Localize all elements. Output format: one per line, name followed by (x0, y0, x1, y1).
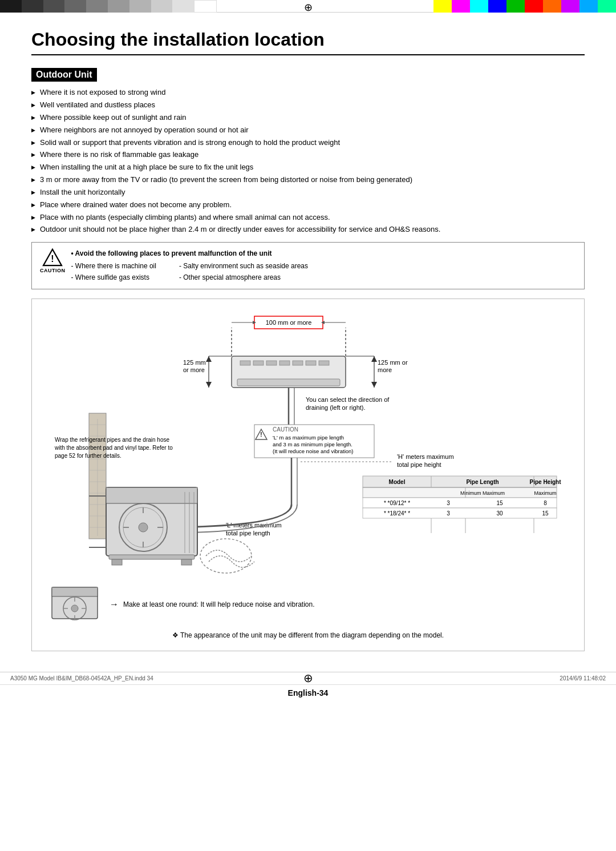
installation-diagram-svg: 100 mm or more 125 mm or more (43, 310, 591, 584)
svg-rect-11 (266, 361, 277, 365)
svg-rect-13 (293, 361, 303, 365)
svg-text:100 mm or more: 100 mm or more (266, 319, 312, 326)
outdoor-bottom-section: → Make at least one round: It will help … (43, 584, 573, 624)
svg-rect-67 (106, 487, 197, 503)
svg-rect-10 (253, 361, 264, 365)
svg-rect-102 (52, 587, 98, 596)
svg-point-79 (200, 539, 252, 573)
svg-text:with the absorbent pad and vin: with the absorbent pad and vinyl tape. R… (54, 445, 173, 451)
list-item: When installing the unit at a high place… (31, 162, 585, 173)
svg-rect-9 (240, 361, 250, 365)
bullet-list: Where it is not exposed to strong wind W… (31, 87, 585, 235)
footer-right: 2014/6/9 11:48:02 (560, 675, 616, 681)
svg-marker-27 (371, 356, 377, 362)
color-bar-bottom: A3050 MG Model IB&IM_DB68-04542A_HP_EN.i… (0, 672, 616, 684)
list-item: Place where drained water does not becom… (31, 200, 585, 211)
compass-icon-bottom: ⊕ (303, 671, 313, 685)
svg-text:more: more (378, 366, 392, 373)
list-item: Where it is not exposed to strong wind (31, 87, 585, 98)
svg-marker-28 (371, 382, 377, 388)
list-item: Well ventilated and dustless places (31, 100, 585, 111)
svg-rect-14 (306, 361, 316, 365)
caution-col-2: - Salty environment such as seaside area… (179, 261, 308, 283)
svg-text:3: 3 (447, 500, 450, 506)
svg-text:'L' m as maximum pipe length: 'L' m as maximum pipe length (273, 434, 344, 441)
color-swatches-left (0, 0, 217, 12)
svg-rect-72 (112, 559, 122, 565)
svg-text:'H' meters maximum: 'H' meters maximum (397, 453, 454, 460)
footer-left: A3050 MG Model IB&IM_DB68-04542A_HP_EN.i… (0, 675, 153, 681)
svg-text:125 mm or: 125 mm or (378, 359, 408, 366)
caution-box: ! CAUTION • Avoid the following places t… (31, 242, 585, 289)
caution-text: • Avoid the following places to prevent … (71, 248, 309, 283)
page-title: Choosing the installation location (31, 30, 585, 55)
svg-text:Minimum    Maximum: Minimum Maximum (460, 490, 505, 496)
outdoor-unit-bottom-icon (49, 584, 100, 624)
svg-text:30: 30 (496, 510, 503, 517)
svg-text:or more: or more (183, 366, 205, 373)
list-item: Place with no plants (especially climbin… (31, 212, 585, 223)
svg-text:Model: Model (389, 479, 406, 485)
svg-text:125 mm: 125 mm (183, 359, 206, 366)
svg-text:Pipe Height: Pipe Height (529, 479, 561, 485)
svg-point-62 (139, 523, 148, 532)
caution-main-text: • Avoid the following places to prevent … (71, 248, 309, 259)
svg-text:Wrap the refrigerant pipes and: Wrap the refrigerant pipes and the drain… (55, 437, 169, 443)
svg-rect-16 (237, 379, 340, 386)
list-item: Outdoor unit should not be place higher … (31, 224, 585, 235)
svg-text:15: 15 (496, 500, 503, 506)
arrow-right-icon: → (110, 599, 119, 610)
caution-col-1: - Where there is machine oil - Where sul… (71, 261, 156, 283)
svg-text:(It will reduce noise and vibr: (It will reduce noise and vibration) (273, 448, 354, 454)
svg-text:!: ! (51, 254, 54, 264)
svg-point-104 (71, 605, 78, 612)
list-item: Where possible keep out of sunlight and … (31, 112, 585, 123)
svg-rect-71 (109, 555, 194, 559)
svg-text:8: 8 (544, 500, 547, 506)
compass-icon-top: ⊕ (304, 1, 313, 14)
svg-rect-15 (319, 361, 329, 365)
section-heading: Outdoor Unit (31, 68, 97, 82)
svg-marker-22 (206, 382, 212, 388)
color-bar-top: ⊕ (0, 0, 616, 13)
diagram-svg-container: 100 mm or more 125 mm or more (43, 310, 573, 584)
list-item: 3 m or more away from the TV or radio (t… (31, 175, 585, 185)
list-item: Solid wall or support that prevents vibr… (31, 138, 585, 148)
svg-text:page 52 for further details.: page 52 for further details. (55, 453, 121, 459)
svg-text:and 3 m as minimum pipe length: and 3 m as minimum pipe length. (273, 441, 352, 447)
color-swatches-right (217, 0, 616, 12)
page-number: English-34 (0, 684, 616, 703)
svg-text:total pipe height: total pipe height (397, 461, 441, 468)
svg-text:CAUTION: CAUTION (273, 426, 298, 433)
svg-text:15: 15 (542, 510, 549, 517)
svg-text:Maximum: Maximum (534, 490, 556, 496)
svg-rect-73 (181, 559, 192, 565)
list-item: Install the unit horizontally (31, 187, 585, 198)
svg-text:* *09/12* *: * *09/12* * (384, 500, 410, 506)
caution-label: CAUTION (40, 268, 66, 273)
outdoor-bottom-note: Make at least one round: It will help re… (123, 600, 315, 608)
list-item: Where there is no risk of flammable gas … (31, 150, 585, 160)
svg-text:!: ! (260, 431, 262, 438)
diagram-footnote: ❖ The appearance of the unit may be diff… (43, 631, 573, 639)
svg-rect-12 (279, 361, 290, 365)
caution-icon-wrap: ! CAUTION (40, 248, 66, 273)
svg-text:Pipe Length: Pipe Length (466, 479, 499, 485)
svg-text:You can select the direction o: You can select the direction of (306, 396, 390, 403)
main-content: Choosing the installation location Outdo… (0, 13, 616, 672)
svg-text:* *18/24* *: * *18/24* * (384, 510, 410, 517)
svg-marker-21 (206, 356, 212, 362)
diagram-box: 100 mm or more 125 mm or more (31, 299, 585, 651)
caution-triangle-icon: ! (42, 248, 63, 267)
list-item: Where neighbors are not annoyed by opera… (31, 125, 585, 136)
svg-text:3: 3 (447, 510, 450, 517)
caution-columns: - Where there is machine oil - Where sul… (71, 261, 309, 283)
svg-text:draining (left or right).: draining (left or right). (306, 404, 366, 411)
